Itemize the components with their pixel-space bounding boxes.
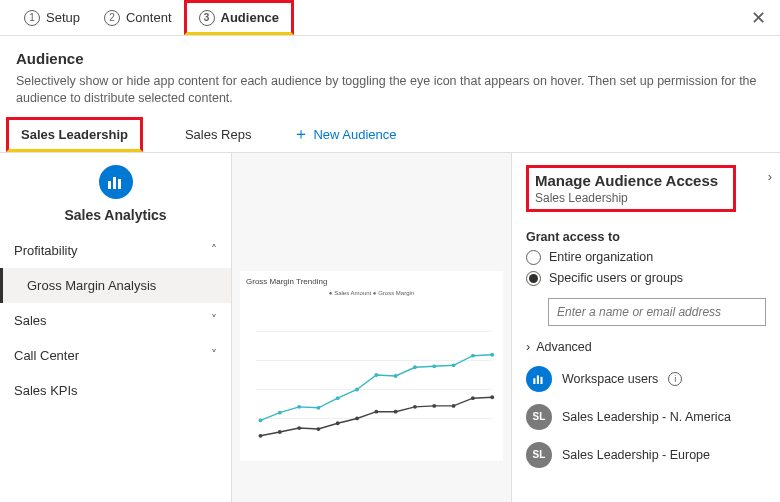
panel-title: Manage Audience Access (535, 172, 727, 189)
svg-point-17 (452, 363, 456, 367)
chevron-down-icon: ˅ (211, 313, 217, 327)
nav-call-center[interactable]: Call Center ˅ (0, 338, 231, 373)
chevron-right-icon[interactable]: › (768, 169, 772, 184)
tab-label: Content (126, 10, 172, 25)
chart-gross-margin-trending: Gross Margin Trending ● Sales Amount ● G… (240, 271, 503, 461)
svg-point-21 (278, 430, 282, 434)
access-entry-label: Sales Leadership - Europe (562, 448, 710, 462)
svg-rect-0 (108, 181, 111, 189)
svg-point-26 (374, 410, 378, 414)
audience-tab-sales-leadership[interactable]: Sales Leadership (6, 117, 143, 152)
svg-rect-2 (118, 179, 121, 189)
svg-point-7 (259, 418, 263, 422)
audience-tabs: Sales Leadership Sales Reps ＋ New Audien… (0, 117, 780, 153)
nav-label: Profitability (14, 243, 78, 258)
step-circle: 3 (199, 10, 215, 26)
app-name: Sales Analytics (0, 207, 231, 223)
svg-point-18 (471, 354, 475, 358)
nav-label: Sales (14, 313, 47, 328)
wizard-tabs: 1 Setup 2 Content 3 Audience ✕ (0, 0, 780, 36)
nav-label: Call Center (14, 348, 79, 363)
radio-label: Specific users or groups (549, 271, 683, 285)
report-preview: Gross Margin Trending ● Sales Amount ● G… (232, 153, 512, 502)
page-title: Audience (16, 50, 764, 67)
svg-point-13 (374, 373, 378, 377)
nav-profitability[interactable]: Profitability ˄ (0, 233, 231, 268)
svg-point-10 (316, 406, 320, 410)
manage-audience-panel: › Manage Audience Access Sales Leadershi… (512, 153, 780, 502)
svg-point-28 (413, 405, 417, 409)
radio-icon (526, 250, 541, 265)
radio-label: Entire organization (549, 250, 653, 264)
info-icon[interactable]: i (668, 372, 682, 386)
chevron-down-icon: ˅ (211, 348, 217, 362)
nav-label: Sales KPIs (14, 383, 78, 398)
advanced-toggle[interactable]: › Advanced (526, 340, 766, 354)
grant-access-label: Grant access to (526, 230, 766, 244)
line-chart-svg (246, 300, 497, 450)
panel-subtitle: Sales Leadership (535, 191, 727, 205)
svg-point-15 (413, 365, 417, 369)
chart-legend: ● Sales Amount ● Gross Margin (246, 290, 497, 296)
new-audience-label: New Audience (313, 127, 396, 142)
svg-point-24 (336, 421, 340, 425)
svg-rect-35 (540, 377, 542, 384)
chart-title: Gross Margin Trending (246, 277, 497, 286)
page-desc: Selectively show or hide app content for… (16, 73, 764, 107)
page-header: Audience Selectively show or hide app co… (0, 36, 780, 117)
avatar: SL (526, 442, 552, 468)
svg-point-8 (278, 410, 282, 414)
svg-point-23 (316, 427, 320, 431)
svg-point-16 (432, 364, 436, 368)
bar-chart-icon (526, 366, 552, 392)
svg-rect-33 (533, 378, 535, 384)
svg-point-31 (471, 396, 475, 400)
access-entry[interactable]: SL Sales Leadership - Europe (526, 442, 766, 468)
svg-point-30 (452, 404, 456, 408)
access-entry-label: Workspace users (562, 372, 658, 386)
close-icon[interactable]: ✕ (751, 7, 766, 29)
svg-point-9 (297, 405, 301, 409)
svg-point-27 (394, 410, 398, 414)
radio-icon (526, 271, 541, 286)
svg-point-20 (259, 434, 263, 438)
avatar: SL (526, 404, 552, 430)
step-circle: 2 (104, 10, 120, 26)
audience-tab-sales-reps[interactable]: Sales Reps (173, 117, 263, 152)
nav-sales[interactable]: Sales ˅ (0, 303, 231, 338)
tab-content[interactable]: 2 Content (92, 0, 184, 35)
advanced-label: Advanced (536, 340, 592, 354)
svg-rect-34 (537, 375, 539, 384)
nav-label: Gross Margin Analysis (27, 278, 156, 293)
tab-setup[interactable]: 1 Setup (12, 0, 92, 35)
svg-point-25 (355, 416, 359, 420)
radio-specific-users[interactable]: Specific users or groups (526, 271, 766, 286)
svg-point-32 (490, 395, 494, 399)
content-nav: Sales Analytics Profitability ˄ Gross Ma… (0, 153, 232, 502)
nav-gross-margin-analysis[interactable]: Gross Margin Analysis (0, 268, 231, 303)
radio-entire-org[interactable]: Entire organization (526, 250, 766, 265)
people-picker-input[interactable] (548, 298, 766, 326)
svg-point-14 (394, 374, 398, 378)
plus-icon: ＋ (293, 124, 309, 145)
svg-point-29 (432, 404, 436, 408)
tab-label: Setup (46, 10, 80, 25)
chevron-up-icon: ˄ (211, 243, 217, 257)
new-audience-button[interactable]: ＋ New Audience (293, 124, 396, 145)
body: Sales Analytics Profitability ˄ Gross Ma… (0, 153, 780, 502)
step-circle: 1 (24, 10, 40, 26)
app-logo-icon (99, 165, 133, 199)
chevron-right-icon: › (526, 340, 530, 354)
svg-point-11 (336, 396, 340, 400)
svg-point-19 (490, 353, 494, 357)
access-entry[interactable]: SL Sales Leadership - N. America (526, 404, 766, 430)
nav-sales-kpis[interactable]: Sales KPIs (0, 373, 231, 408)
tab-label: Audience (221, 10, 280, 25)
access-entry-workspace-users[interactable]: Workspace users i (526, 366, 766, 392)
svg-rect-1 (113, 177, 116, 189)
access-entry-label: Sales Leadership - N. America (562, 410, 731, 424)
svg-point-22 (297, 426, 301, 430)
svg-point-12 (355, 387, 359, 391)
app-header: Sales Analytics (0, 153, 231, 233)
tab-audience[interactable]: 3 Audience (184, 0, 295, 35)
